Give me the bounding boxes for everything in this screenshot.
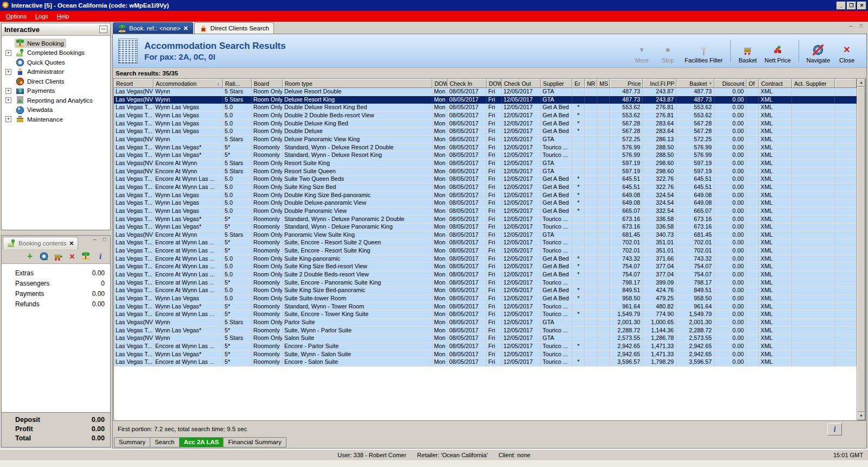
table-row[interactable]: Las Vegas T...Wynn Las Vegas*5*RoomonlyS… [114,144,857,152]
table-row[interactable]: Las Vegas T...Wynn Las Vegas5.0Room Only… [114,207,857,216]
menu-logs[interactable]: Logs [31,12,53,21]
table-row[interactable]: Las Vegas(NV)Wynn5 StarsRoom OnlyDeluxe … [114,136,857,144]
table-row[interactable]: Las Vegas(NV)Wynn5 StarsRoom OnlyDeluxe … [114,96,857,104]
column-header-discount[interactable]: Discount [714,79,746,88]
sidebar-item-viewdata[interactable]: Viewdata [2,105,110,115]
table-row[interactable]: Las Vegas T...Wynn Las Vegas5.0Room Only… [114,199,857,207]
table-row[interactable]: Las Vegas T...Encore at Wynn Las ...5*Ro… [114,311,857,319]
workspace-maximize-icon[interactable]: □ [858,23,865,30]
bc-info-button[interactable] [95,252,105,261]
expand-toggle[interactable]: + [5,97,11,103]
column-header-supplier[interactable]: Supplier [541,79,572,88]
column-header-accommodation[interactable]: Accommodation [154,79,223,88]
basket-button[interactable]: Basket [736,39,760,64]
more-button[interactable]: More [630,39,654,64]
table-row[interactable]: Las Vegas T...Encore At Wynn Las ...5.0R… [114,184,857,192]
column-header-check-in[interactable]: Check In [448,79,487,88]
table-row[interactable]: Las Vegas T...Wynn Las Vegas5.0Room Only… [114,104,857,112]
scroll-up-icon[interactable]: ▲ [857,79,865,87]
table-row[interactable]: Las Vegas(NV)Wynn5 StarsRoom OnlyParlor … [114,319,857,327]
bottom-tab-acc-2a-las[interactable]: Acc 2A LAS [180,437,224,447]
workspace-minimize-icon[interactable]: ─ [847,23,854,30]
table-row[interactable]: Las Vegas(NV)Encore At Wynn5 StarsRoom O… [114,168,857,176]
close-button[interactable]: ✕ [857,2,866,10]
column-header-dow[interactable]: DOW [487,79,502,88]
sidebar-item-completed-bookings[interactable]: +Completed Bookings [2,48,110,58]
sidebar-item-administrator[interactable]: +Administrator [2,67,110,77]
scrollbar-thumb[interactable] [857,87,865,412]
table-row[interactable]: Las Vegas T...Encore At Wynn Las ...5.0R… [114,287,857,295]
expand-toggle[interactable]: + [5,88,11,94]
table-row[interactable]: Las Vegas T...Encore At Wynn Las ...5.0R… [114,175,857,184]
bc-move-to-basket-button[interactable] [53,252,63,261]
bc-holiday-button[interactable] [81,252,91,261]
sidebar-item-reporting-and-analytics[interactable]: +Reporting and Analytics [2,96,110,105]
maximize-button[interactable]: ❐ [847,2,856,10]
bc-delete-button[interactable] [67,252,77,261]
table-row[interactable]: Las Vegas(NV)Wynn5 StarsRoom OnlyDeluxe … [114,88,857,96]
column-header-basket[interactable]: Basket▼ [676,79,714,88]
panel-minimize-icon[interactable]: ─ [91,237,98,243]
column-header-incl-fl-pp[interactable]: Incl.Fl.PP [643,79,676,88]
expand-toggle[interactable]: + [5,116,11,122]
scroll-down-icon[interactable]: ▼ [857,412,865,420]
table-row[interactable]: Las Vegas T...Encore At Wynn Las ...5.0R… [114,263,857,271]
column-header-check-out[interactable]: Check Out [502,79,541,88]
menu-help[interactable]: Help [53,12,74,21]
table-row[interactable]: Las Vegas T...Wynn Las Vegas*5*RoomonlyS… [114,223,857,231]
table-row[interactable]: Las Vegas T...Wynn Las Vegas5.0Room Only… [114,128,857,136]
column-header-of[interactable]: Of [746,79,759,88]
column-header-contract[interactable]: Contract [759,79,792,88]
minimize-button[interactable]: _ [837,2,846,10]
table-row[interactable]: Las Vegas T...Encore At Wynn Las ...5.0R… [114,271,857,279]
nett-price-button[interactable]: Nett Price [762,39,793,64]
column-header-resort[interactable]: Resort [114,79,154,88]
column-header-rati[interactable]: Rati... [223,79,252,88]
menu-options[interactable]: Options [2,12,31,21]
table-row[interactable]: Las Vegas T...Wynn Las Vegas5.0Room Only… [114,192,857,200]
bottom-tab-financial-summary[interactable]: Financial Summary [224,437,286,447]
sidebar-item-payments[interactable]: +Payments [2,86,110,96]
table-row[interactable]: Las Vegas T...Encore at Wynn Las ...5*Ro… [114,247,857,255]
table-row[interactable]: Las Vegas(NV)Encore At Wynn5 StarsRoom O… [114,231,857,239]
tab-direct-clients-search[interactable]: Direct Clients Search [194,22,274,34]
bottom-tab-summary[interactable]: Summary [114,437,150,447]
column-header-er[interactable]: Er [572,79,585,88]
table-row[interactable]: Las Vegas T...Wynn Las Vegas*5*RoomonlyS… [114,303,857,311]
column-header-room-type[interactable]: Room type [283,79,432,88]
table-row[interactable]: Las Vegas T...Wynn Las Vegas5.0Room Only… [114,295,857,303]
sidebar-item-quick-quotes[interactable]: Quick Quotes [2,58,110,67]
table-row[interactable]: Las Vegas T...Encore at Wynn Las ...5*Ro… [114,343,857,351]
close-button[interactable]: Close [835,39,859,64]
column-header-act-supplier[interactable]: Act. Supplier [792,79,835,88]
navigate-button[interactable]: Navigate [804,39,833,64]
vertical-scrollbar[interactable]: ▲ ▼ [857,79,865,420]
sidebar-item-maintenance[interactable]: +Maintenance [2,115,110,124]
info-button[interactable]: i [827,423,842,436]
tab-close-icon[interactable]: ✕ [183,25,188,32]
table-row[interactable]: Las Vegas T...Wynn Las Vegas5.0Room Only… [114,120,857,128]
tab-book-ref-none[interactable]: Book. ref.: <none>✕ [113,22,193,34]
stop-button[interactable]: Stop [656,39,680,64]
filter-funnel-icon[interactable] [216,81,221,86]
sidebar-item-new-booking[interactable]: New Booking [2,39,110,48]
booking-contents-close-icon[interactable]: ✕ [69,240,74,247]
column-header-price[interactable]: Price [610,79,643,88]
table-row[interactable]: Las Vegas T...Wynn Las Vegas*5*RoomonlyS… [114,351,857,359]
panel-maximize-icon[interactable]: □ [101,237,108,243]
bc-search-button[interactable] [39,252,49,261]
table-row[interactable]: Las Vegas(NV)Wynn5 StarsRoom OnlySalon S… [114,335,857,343]
sidebar-item-direct-clients[interactable]: Direct Clients [2,77,110,86]
booking-contents-tab[interactable]: Booking contents ✕ [3,237,78,249]
table-row[interactable]: Las Vegas T...Encore at Wynn Las ...5*Ro… [114,239,857,247]
expand-toggle[interactable]: + [5,69,11,75]
table-row[interactable]: Las Vegas(NV)Encore At Wynn5 StarsRoom O… [114,160,857,168]
table-row[interactable]: Las Vegas T...Wynn Las Vegas5.0Room Only… [114,112,857,120]
table-row[interactable]: Las Vegas T...Encore At Wynn Las ...5.0R… [114,255,857,263]
collapse-panel-button[interactable]: ─ [99,26,107,33]
table-row[interactable]: Las Vegas T...Encore at Wynn Las ...5*Ro… [114,279,857,287]
bc-add-button[interactable] [25,252,35,261]
table-row[interactable]: Las Vegas T...Wynn Las Vegas*5*RoomonlyS… [114,216,857,224]
table-row[interactable]: Las Vegas T...Wynn Las Vegas*5*RoomonlyS… [114,152,857,160]
column-header-nr[interactable]: NR [585,79,597,88]
